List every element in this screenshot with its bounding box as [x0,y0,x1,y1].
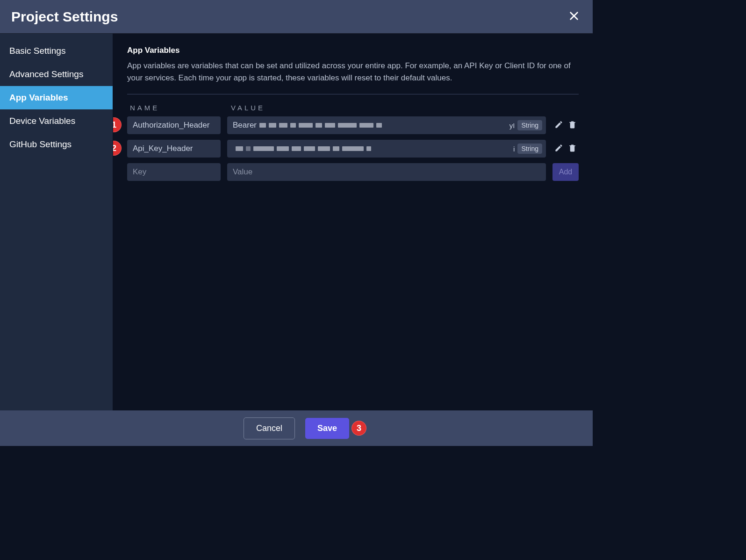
annotation-badge-1: 1 [113,117,122,132]
redacted-value [236,146,511,151]
column-header-value: VALUE [228,104,545,112]
section-description: App variables are variables that can be … [127,60,579,84]
add-button[interactable]: Add [552,163,579,181]
delete-button[interactable] [568,120,577,131]
trash-icon [568,120,577,131]
table-header: NAME VALUE [127,104,579,112]
variable-row: 2 i String [127,140,579,158]
sidebar-item-label: Basic Settings [9,46,65,56]
section-title: App Variables [127,46,579,55]
sidebar-item-label: App Variables [9,93,68,102]
value-prefix: Bearer [233,121,257,130]
variable-value-display[interactable]: Bearer yI String [227,116,546,134]
new-key-input[interactable] [127,163,221,181]
sidebar-item-basic-settings[interactable]: Basic Settings [0,39,113,63]
close-icon [569,11,579,23]
divider [127,94,579,94]
save-button[interactable]: Save [305,418,349,439]
redacted-value [259,123,508,128]
dialog-header: Project Settings [0,0,593,34]
edit-button[interactable] [554,120,563,131]
sidebar-item-github-settings[interactable]: GitHub Settings [0,133,113,156]
edit-button[interactable] [554,144,563,154]
new-value-input[interactable] [227,163,546,181]
variable-value-display[interactable]: i String [227,140,546,158]
sidebar-item-advanced-settings[interactable]: Advanced Settings [0,63,113,86]
dialog-title: Project Settings [11,9,118,25]
pencil-icon [554,120,563,131]
trash-icon [568,144,577,154]
sidebar-item-label: Device Variables [9,116,75,126]
annotation-badge-3: 3 [351,421,366,436]
variable-name-input[interactable] [127,116,221,134]
sidebar-item-label: Advanced Settings [9,69,83,79]
value-tail: i [513,145,515,153]
annotation-badge-2: 2 [113,141,122,156]
main-panel: App Variables App variables are variable… [113,34,593,410]
delete-button[interactable] [568,144,577,154]
close-button[interactable] [567,9,581,24]
variable-name-input[interactable] [127,140,221,158]
variable-row: 1 Bearer yI String [127,116,579,134]
dialog-footer: Cancel Save 3 [0,410,593,446]
sidebar-item-app-variables[interactable]: App Variables [0,86,113,109]
value-tail: yI [509,122,515,129]
type-badge: String [517,120,542,130]
pencil-icon [554,144,563,154]
column-header-name: NAME [127,104,221,112]
row-actions [552,120,579,131]
settings-sidebar: Basic Settings Advanced Settings App Var… [0,34,113,410]
sidebar-item-device-variables[interactable]: Device Variables [0,109,113,133]
new-variable-row: Add [127,163,579,181]
sidebar-item-label: GitHub Settings [9,139,72,149]
cancel-button[interactable]: Cancel [244,417,295,439]
row-actions [552,144,579,154]
type-badge: String [517,144,542,154]
